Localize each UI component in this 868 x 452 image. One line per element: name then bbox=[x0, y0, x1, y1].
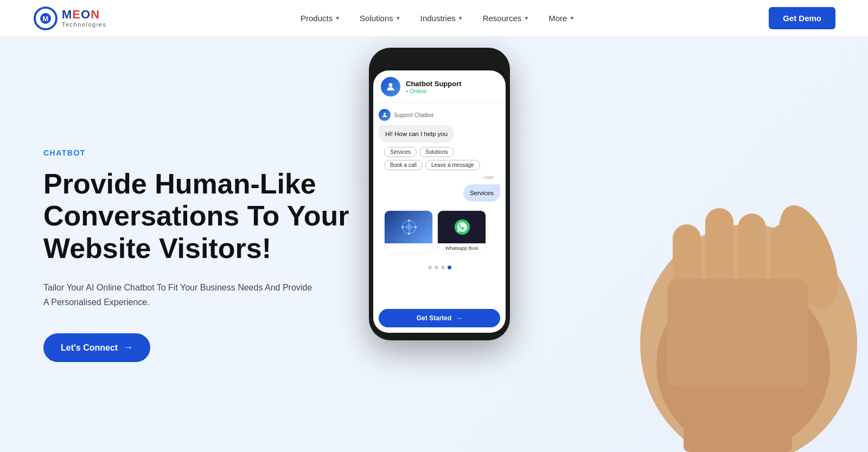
svg-point-24 bbox=[455, 219, 470, 235]
nav-solutions-label: Solutions bbox=[360, 14, 393, 23]
chevron-down-icon: ▼ bbox=[458, 15, 463, 21]
carousel-dots bbox=[379, 262, 500, 273]
nav-item-solutions[interactable]: Solutions ▼ bbox=[352, 9, 409, 27]
chat-header: Chatbot Support • Online bbox=[373, 70, 506, 102]
nav-item-products[interactable]: Products ▼ bbox=[293, 9, 348, 27]
whatsapp-service-image bbox=[438, 211, 486, 243]
nav-links: Products ▼ Solutions ▼ Industries ▼ Reso… bbox=[293, 9, 582, 27]
chat-bubble-user: Services bbox=[463, 184, 500, 202]
quick-replies: Services Solutions Book a call Leave a m… bbox=[379, 147, 500, 170]
phone-notch bbox=[415, 55, 464, 67]
logo[interactable]: M M E O N Technologies bbox=[33, 5, 106, 31]
whatsapp-card-label: Whatsapp Busi bbox=[438, 243, 486, 253]
nav-item-more[interactable]: More ▼ bbox=[541, 9, 582, 27]
quick-reply-book-call[interactable]: Book a call bbox=[384, 160, 423, 170]
ai-service-image bbox=[385, 211, 433, 243]
svg-point-15 bbox=[384, 113, 386, 115]
logo-tagline: Technologies bbox=[62, 22, 106, 28]
svg-point-20 bbox=[408, 219, 410, 222]
chevron-down-icon: ▼ bbox=[335, 15, 340, 21]
svg-text:M: M bbox=[43, 15, 49, 23]
quick-reply-services[interactable]: Services bbox=[384, 147, 417, 157]
hero-section: CHATBOT Provide Human-Like Conversations… bbox=[0, 37, 868, 452]
navbar: M M E O N Technologies Products ▼ Soluti… bbox=[0, 0, 868, 37]
bot-name-label: Support Chatbot bbox=[394, 112, 433, 118]
bot-mini-avatar bbox=[379, 109, 391, 121]
ai-brain-icon bbox=[399, 217, 419, 237]
hand-illustration bbox=[597, 83, 857, 452]
chatbot-name: Chatbot Support bbox=[406, 80, 462, 88]
quick-reply-solutions[interactable]: Solutions bbox=[419, 147, 454, 157]
service-card-ai bbox=[384, 210, 433, 254]
logo-o: O bbox=[81, 9, 91, 21]
phone-screen: Chatbot Support • Online bbox=[373, 70, 506, 333]
hero-cta-label: Let's Connect bbox=[61, 343, 118, 353]
hero-tag: CHATBOT bbox=[43, 148, 358, 157]
nav-products-label: Products bbox=[301, 14, 333, 23]
nav-item-industries[interactable]: Industries ▼ bbox=[413, 9, 471, 27]
chatbot-avatar bbox=[381, 77, 400, 96]
get-started-label: Get Started bbox=[417, 314, 452, 322]
svg-rect-9 bbox=[738, 214, 766, 289]
logo-icon: M bbox=[33, 5, 59, 31]
nav-item-resources[interactable]: Resources ▼ bbox=[475, 9, 537, 27]
svg-point-23 bbox=[414, 226, 417, 228]
quick-reply-leave-message[interactable]: Leave a message bbox=[425, 160, 480, 170]
hero-content: CHATBOT Provide Human-Like Conversations… bbox=[43, 127, 358, 363]
get-started-arrow-icon: → bbox=[456, 314, 462, 322]
chat-bubble-bot: Hi! How can I help you bbox=[379, 125, 454, 143]
phone-get-started-button[interactable]: Get Started → bbox=[379, 309, 500, 327]
logo-m: M bbox=[62, 9, 72, 21]
chevron-down-icon: ▼ bbox=[569, 15, 575, 21]
hero-subtitle: Tailor Your AI Online Chatbot To Fit You… bbox=[43, 280, 315, 309]
nav-resources-label: Resources bbox=[483, 14, 522, 23]
service-cards: Whatsapp Busi bbox=[379, 206, 500, 258]
nav-more-label: More bbox=[548, 14, 567, 23]
bot-label-row: Support Chatbot bbox=[379, 109, 500, 121]
dot-3 bbox=[441, 266, 445, 269]
chatbot-status: • Online bbox=[406, 88, 462, 94]
phone-mockup: Chatbot Support • Online bbox=[369, 48, 510, 340]
nav-industries-label: Industries bbox=[420, 14, 456, 23]
chat-header-info: Chatbot Support • Online bbox=[406, 80, 462, 94]
chat-body: Support Chatbot Hi! How can I help you S… bbox=[373, 102, 506, 307]
user-label: User bbox=[379, 175, 500, 180]
hero-title: Provide Human-Like Conversations To Your… bbox=[43, 168, 358, 265]
dot-2 bbox=[435, 266, 438, 269]
svg-rect-12 bbox=[684, 376, 792, 452]
svg-rect-8 bbox=[705, 208, 733, 289]
hero-cta-button[interactable]: Let's Connect → bbox=[43, 333, 150, 362]
svg-rect-13 bbox=[667, 279, 808, 387]
svg-point-14 bbox=[389, 83, 393, 87]
logo-e: E bbox=[72, 9, 81, 21]
hero-phone-illustration: Chatbot Support • Online bbox=[358, 37, 825, 452]
get-demo-button[interactable]: Get Demo bbox=[769, 7, 835, 29]
svg-point-21 bbox=[408, 233, 410, 235]
chevron-down-icon: ▼ bbox=[524, 15, 529, 21]
logo-n: N bbox=[91, 9, 100, 21]
whatsapp-icon bbox=[452, 217, 472, 237]
dot-1 bbox=[428, 266, 432, 269]
chevron-down-icon: ▼ bbox=[395, 15, 401, 21]
arrow-right-icon: → bbox=[123, 342, 133, 353]
svg-point-22 bbox=[401, 226, 404, 228]
service-card-whatsapp: Whatsapp Busi bbox=[437, 210, 486, 254]
dot-4-active bbox=[448, 266, 451, 269]
